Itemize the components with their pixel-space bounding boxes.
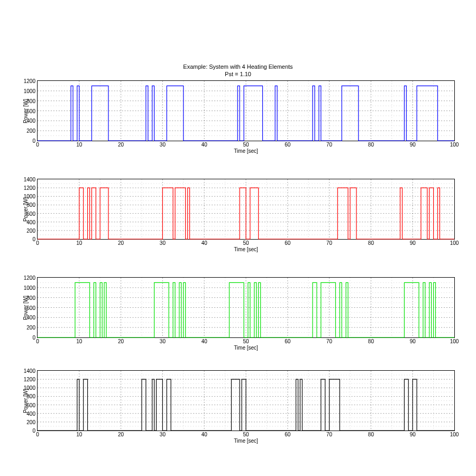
y-axis-label: Power [W]	[23, 98, 29, 123]
x-tick-label: 90	[410, 142, 416, 148]
x-tick-label: 30	[160, 142, 166, 148]
x-tick-label: 80	[368, 432, 374, 437]
x-tick-label: 10	[76, 240, 82, 246]
y-tick-label: 1200	[24, 185, 35, 191]
subplot-2: 0102030405060708090100020040060080010001…	[37, 179, 455, 240]
y-tick-label: 200	[26, 419, 35, 425]
title-line-1: Example: System with 4 Heating Elements	[0, 63, 476, 71]
y-axis-label: Power [W]	[23, 197, 29, 221]
x-tick-label: 50	[243, 240, 249, 246]
x-ticks: 0102030405060708090100	[38, 239, 454, 246]
x-axis-label: Time [sec]	[38, 246, 454, 252]
y-tick-label: 1400	[24, 368, 35, 374]
x-tick-label: 80	[368, 240, 374, 246]
x-axis-label: Time [sec]	[38, 345, 454, 351]
x-tick-label: 80	[368, 338, 374, 344]
x-ticks: 0102030405060708090100	[38, 337, 454, 345]
x-tick-label: 60	[285, 142, 290, 148]
y-tick-label: 1200	[24, 275, 35, 281]
x-tick-label: 30	[160, 240, 166, 246]
x-tick-label: 60	[285, 432, 290, 437]
figure: Example: System with 4 Heating Elements …	[0, 0, 476, 476]
x-tick-label: 20	[118, 338, 124, 344]
x-ticks: 0102030405060708090100	[38, 431, 454, 438]
x-tick-label: 70	[326, 240, 332, 246]
x-tick-label: 40	[202, 240, 207, 246]
x-tick-label: 40	[202, 432, 207, 437]
x-tick-label: 10	[76, 142, 82, 148]
x-tick-label: 0	[36, 142, 39, 148]
x-ticks: 0102030405060708090100	[38, 141, 454, 148]
x-tick-label: 70	[326, 338, 332, 344]
y-tick-label: 0	[32, 236, 35, 242]
subplot-3: 0102030405060708090100020040060080010001…	[37, 277, 455, 338]
x-axis-label: Time [sec]	[38, 438, 454, 444]
x-tick-label: 20	[118, 240, 124, 246]
x-tick-label: 60	[285, 240, 290, 246]
y-tick-label: 200	[26, 227, 35, 233]
y-tick-label: 1400	[24, 177, 35, 182]
x-tick-label: 50	[243, 142, 249, 148]
x-tick-label: 10	[76, 338, 82, 344]
figure-title: Example: System with 4 Heating Elements …	[0, 63, 476, 78]
y-tick-label: 200	[26, 128, 35, 134]
subplot-4: 0102030405060708090100020040060080010001…	[37, 370, 455, 431]
x-tick-label: 90	[410, 338, 416, 344]
x-tick-label: 40	[202, 142, 207, 148]
y-axis-label: Power [W]	[23, 388, 29, 413]
y-tick-label: 0	[32, 335, 35, 341]
y-axis-label: Power [W]	[23, 295, 29, 319]
x-tick-label: 100	[450, 432, 459, 437]
y-tick-label: 200	[26, 325, 35, 331]
title-line-2: Pst = 1.10	[0, 71, 476, 78]
x-tick-label: 90	[410, 432, 416, 437]
x-tick-label: 20	[118, 432, 124, 437]
x-tick-label: 0	[36, 240, 39, 246]
x-tick-label: 20	[118, 142, 124, 148]
x-tick-label: 70	[326, 432, 332, 437]
subplot-1: 0102030405060708090100020040060080010001…	[37, 80, 455, 141]
x-tick-label: 100	[450, 240, 459, 246]
x-tick-label: 10	[76, 432, 82, 437]
x-tick-label: 100	[450, 338, 459, 344]
y-tick-label: 0	[32, 138, 35, 144]
x-axis-label: Time [sec]	[38, 148, 454, 154]
x-tick-label: 100	[450, 142, 459, 148]
x-tick-label: 70	[326, 142, 332, 148]
x-tick-label: 90	[410, 240, 416, 246]
x-tick-label: 50	[243, 432, 249, 437]
y-tick-label: 1000	[24, 285, 35, 290]
x-tick-label: 0	[36, 432, 39, 437]
x-tick-label: 30	[160, 338, 166, 344]
y-tick-label: 0	[32, 428, 35, 434]
x-tick-label: 30	[160, 432, 166, 437]
y-tick-label: 1000	[24, 88, 35, 94]
x-tick-label: 80	[368, 142, 374, 148]
y-tick-label: 1200	[24, 377, 35, 382]
y-tick-label: 1200	[24, 78, 35, 84]
x-tick-label: 40	[202, 338, 207, 344]
x-tick-label: 50	[243, 338, 249, 344]
x-tick-label: 0	[36, 338, 39, 344]
x-tick-label: 60	[285, 338, 290, 344]
